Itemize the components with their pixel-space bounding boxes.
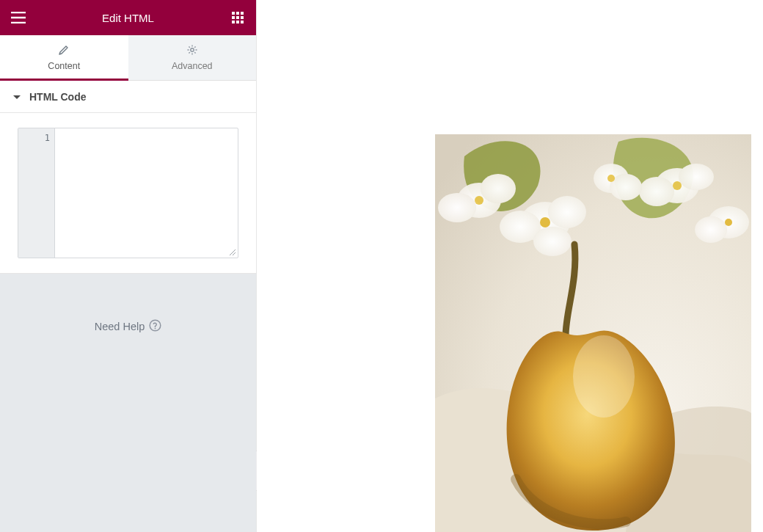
svg-point-27 (695, 216, 727, 243)
svg-point-24 (679, 164, 714, 190)
tab-advanced[interactable]: Advanced (128, 35, 257, 80)
apps-grid-icon[interactable] (228, 8, 247, 27)
svg-rect-5 (241, 16, 244, 19)
need-help-label: Need Help (95, 321, 145, 332)
need-help-link[interactable]: Need Help (0, 274, 256, 334)
svg-point-32 (573, 335, 635, 418)
svg-point-14 (438, 193, 476, 222)
svg-point-25 (673, 181, 682, 190)
svg-point-31 (607, 175, 615, 182)
svg-point-20 (533, 227, 572, 256)
svg-rect-4 (236, 16, 239, 19)
svg-rect-0 (232, 12, 235, 15)
svg-point-15 (481, 174, 516, 203)
pencil-icon (58, 44, 70, 61)
svg-point-9 (191, 48, 194, 51)
canvas-preview[interactable] (257, 0, 763, 532)
svg-point-11 (155, 328, 156, 329)
tab-bar: Content Advanced (0, 35, 256, 81)
menu-icon[interactable] (9, 8, 28, 27)
svg-rect-8 (241, 21, 244, 23)
gear-icon (186, 44, 198, 61)
panel-header: Edit HTML (0, 0, 256, 35)
svg-rect-1 (236, 12, 239, 15)
panel-title: Edit HTML (28, 12, 228, 24)
section-title: HTML Code (29, 91, 87, 103)
editor-sidebar: Edit HTML Content Advanced HTML Code (0, 0, 257, 532)
preview-image (435, 134, 751, 532)
tab-content-label: Content (48, 61, 80, 71)
editor-gutter: 1 (18, 128, 55, 258)
svg-rect-6 (232, 21, 235, 23)
section-body: 1 (0, 113, 256, 274)
svg-point-21 (540, 217, 550, 227)
svg-point-23 (639, 177, 674, 206)
lower-panel: Need Help (0, 274, 256, 532)
section-toggle-html-code[interactable]: HTML Code (0, 81, 256, 113)
svg-rect-7 (236, 21, 239, 23)
html-code-editor[interactable]: 1 (18, 128, 238, 258)
svg-point-19 (548, 196, 586, 228)
line-number: 1 (18, 131, 50, 145)
code-textarea[interactable] (55, 128, 238, 258)
tab-advanced-label: Advanced (172, 61, 213, 71)
caret-down-icon (13, 91, 21, 103)
svg-point-16 (475, 196, 483, 205)
svg-rect-2 (241, 12, 244, 15)
tab-content[interactable]: Content (0, 35, 128, 80)
help-circle-icon (149, 319, 161, 334)
svg-rect-3 (232, 16, 235, 19)
svg-point-28 (725, 219, 732, 226)
